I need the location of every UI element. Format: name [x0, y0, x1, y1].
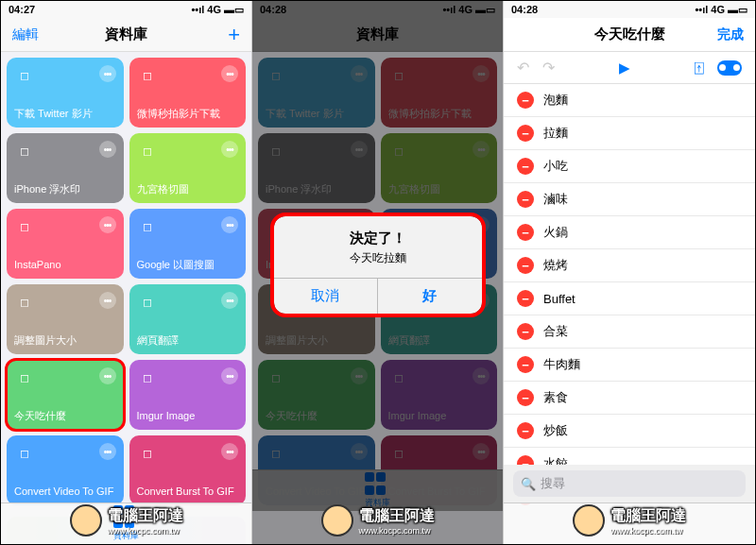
- shortcut-name: Google 以圖搜圖: [137, 259, 239, 271]
- item-label: 小吃: [543, 158, 568, 175]
- settings-toggle[interactable]: [717, 60, 742, 76]
- list-item[interactable]: −素食: [504, 382, 755, 415]
- shortcut-icon: ◻: [137, 443, 158, 464]
- list-item[interactable]: −燒烤: [504, 249, 755, 282]
- more-icon[interactable]: •••: [221, 292, 238, 309]
- search-placeholder: 搜尋: [541, 475, 565, 492]
- tab-bar: 資料庫: [1, 502, 251, 544]
- shortcut-icon: ◻: [137, 216, 158, 237]
- list-item[interactable]: −火鍋: [504, 216, 755, 249]
- delete-icon[interactable]: −: [517, 92, 534, 109]
- shortcut-icon: ◻: [14, 292, 35, 313]
- play-button[interactable]: ▶: [619, 60, 630, 77]
- shortcut-name: Convert Video To GIF: [14, 485, 116, 498]
- item-label: 泡麵: [543, 92, 568, 109]
- more-icon[interactable]: •••: [221, 367, 238, 384]
- list-item[interactable]: −拉麵: [504, 117, 755, 150]
- redo-icon[interactable]: ↷: [542, 59, 555, 77]
- status-bar: 04:27 ••ıl 4G ▬▭: [1, 1, 251, 18]
- list-item[interactable]: −泡麵: [504, 84, 755, 117]
- item-label: 燒烤: [543, 257, 568, 274]
- search-input[interactable]: 🔍 搜尋: [513, 470, 746, 497]
- shortcut-name: Imgur Image: [137, 410, 239, 422]
- list-item[interactable]: −滷味: [504, 183, 755, 216]
- shortcut-name: 下載 Twitter 影片: [14, 108, 116, 120]
- delete-icon[interactable]: −: [517, 224, 534, 241]
- shortcut-card[interactable]: ◻•••九宮格切圖: [129, 133, 247, 203]
- shortcut-icon: ◻: [137, 367, 158, 388]
- delete-icon[interactable]: −: [517, 125, 534, 142]
- delete-icon[interactable]: −: [517, 290, 534, 307]
- shortcut-card[interactable]: ◻•••InstaPano: [7, 209, 124, 279]
- shortcut-name: 調整圖片大小: [14, 334, 116, 347]
- item-label: 牛肉麵: [543, 356, 580, 373]
- shortcut-name: iPhone 浮水印: [14, 183, 116, 196]
- delete-icon[interactable]: −: [517, 323, 534, 340]
- shortcut-card[interactable]: ◻•••Imgur Image: [129, 360, 247, 430]
- list-item[interactable]: −合菜: [504, 315, 755, 349]
- more-icon[interactable]: •••: [221, 141, 238, 158]
- alert-title: 決定了！: [284, 230, 472, 247]
- delete-icon[interactable]: −: [517, 356, 534, 373]
- shortcut-icon: ◻: [14, 65, 35, 86]
- list-item[interactable]: −小吃: [504, 150, 755, 183]
- more-icon[interactable]: •••: [221, 65, 238, 82]
- shortcut-card[interactable]: ◻•••網頁翻譯: [129, 284, 247, 354]
- time: 04:28: [511, 4, 538, 15]
- edit-button[interactable]: 編輯: [12, 26, 39, 43]
- shortcut-name: 九宮格切圖: [137, 183, 239, 196]
- shortcut-name: 今天吃什麼: [14, 410, 116, 422]
- delete-icon[interactable]: −: [517, 191, 534, 208]
- share-icon[interactable]: ⍐: [695, 60, 704, 77]
- shortcut-name: 網頁翻譯: [137, 334, 239, 347]
- item-label: Buffet: [543, 292, 576, 306]
- battery-icon: ▬▭: [728, 4, 747, 16]
- more-icon[interactable]: •••: [99, 367, 116, 384]
- more-icon[interactable]: •••: [99, 141, 116, 158]
- more-icon[interactable]: •••: [99, 443, 116, 460]
- item-label: 素食: [543, 389, 568, 406]
- signal-label: 4G: [711, 4, 725, 15]
- alert-dialog: 決定了！ 今天吃拉麵 取消 好: [274, 216, 482, 314]
- ok-button[interactable]: 好: [378, 279, 482, 314]
- more-icon[interactable]: •••: [99, 292, 116, 309]
- delete-icon[interactable]: −: [517, 422, 534, 439]
- add-button[interactable]: +: [228, 23, 240, 47]
- more-icon[interactable]: •••: [99, 65, 116, 82]
- shortcut-card[interactable]: ◻•••iPhone 浮水印: [7, 133, 124, 203]
- delete-icon[interactable]: −: [517, 158, 534, 175]
- list-item[interactable]: −炒飯: [504, 415, 755, 448]
- shortcut-card[interactable]: ◻•••下載 Twitter 影片: [7, 58, 124, 128]
- delete-icon[interactable]: −: [517, 389, 534, 406]
- nav-bar: 編輯 資料庫 +: [1, 18, 251, 52]
- shortcut-card[interactable]: ◻•••Convert Video To GIF: [7, 435, 124, 505]
- item-label: 合菜: [543, 323, 568, 340]
- list-item[interactable]: −牛肉麵: [504, 349, 755, 382]
- delete-icon[interactable]: −: [517, 257, 534, 274]
- shortcut-card[interactable]: ◻•••微博秒拍影片下載: [129, 58, 247, 128]
- shortcut-icon: ◻: [14, 216, 35, 237]
- signal-icon: ••ıl: [695, 4, 708, 15]
- shortcuts-grid: ◻•••下載 Twitter 影片◻•••微博秒拍影片下載◻•••iPhone …: [1, 52, 251, 511]
- shortcut-name: Convert Burst To GIF: [137, 485, 239, 498]
- shortcut-card[interactable]: ◻•••今天吃什麼: [7, 360, 124, 430]
- list-item[interactable]: −Buffet: [504, 282, 755, 315]
- undo-icon[interactable]: ↶: [517, 59, 529, 77]
- battery-icon: ▬▭: [224, 4, 244, 16]
- shortcut-icon: ◻: [137, 292, 158, 313]
- page-title: 資料庫: [105, 26, 147, 43]
- more-icon[interactable]: •••: [221, 443, 238, 460]
- cancel-button[interactable]: 取消: [274, 279, 379, 314]
- more-icon[interactable]: •••: [99, 216, 116, 233]
- items-list[interactable]: −泡麵−拉麵−小吃−滷味−火鍋−燒烤−Buffet−合菜−牛肉麵−素食−炒飯−水…: [504, 84, 755, 505]
- done-button[interactable]: 完成: [717, 26, 744, 43]
- library-tab[interactable]: 資料庫: [113, 505, 139, 542]
- shortcut-name: 微博秒拍影片下載: [137, 108, 239, 120]
- more-icon[interactable]: •••: [221, 216, 238, 233]
- alert-message: 今天吃拉麵: [284, 250, 472, 266]
- shortcut-card[interactable]: ◻•••Google 以圖搜圖: [129, 209, 247, 279]
- shortcut-name: InstaPano: [14, 259, 116, 271]
- shortcut-card[interactable]: ◻•••Convert Burst To GIF: [129, 435, 247, 505]
- shortcut-card[interactable]: ◻•••調整圖片大小: [7, 284, 124, 354]
- phone-screen-3: 04:28 ••ıl 4G ▬▭ 今天吃什麼 完成 ↶ ↷ ▶ ⍐ −泡麵−拉麵…: [504, 1, 755, 544]
